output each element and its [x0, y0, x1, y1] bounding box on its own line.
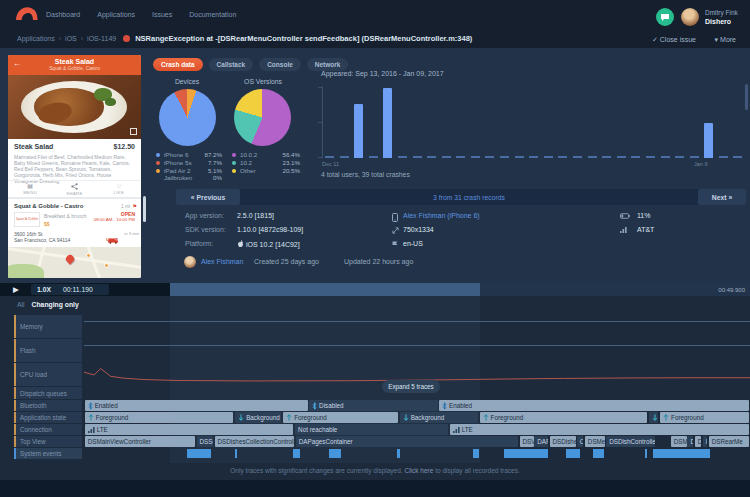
tab-console[interactable]: Console — [259, 58, 301, 71]
breadcrumb-link-ios[interactable]: iOS — [65, 35, 77, 42]
detail-value: 1.10.0 [4872c98-109] — [237, 226, 303, 233]
bar-baseline-dash — [631, 156, 640, 158]
trace-row-body-connection: LTENot reachableLTE — [84, 424, 750, 435]
flag-icon: ⚑ — [133, 203, 137, 209]
nav-item-applications[interactable]: Applications — [97, 11, 135, 18]
dish-action-share[interactable]: SHARE — [52, 181, 96, 197]
bar-baseline-dash — [500, 156, 509, 158]
breadcrumb-link-applications[interactable]: Applications — [17, 35, 55, 42]
filter-tab-changing-only[interactable]: Changing only — [32, 301, 79, 308]
dish-action-label: LIKE — [114, 190, 125, 195]
bar-baseline-dash — [442, 156, 451, 158]
legend-dot — [232, 161, 236, 165]
user-menu[interactable]: Dmitry Fink Dishero — [705, 9, 738, 26]
up-icon — [663, 414, 669, 421]
author-link[interactable]: Alex Fishman — [201, 258, 243, 265]
next-button[interactable]: Next » — [698, 189, 746, 205]
legend-value: 87.2% — [204, 151, 222, 158]
trace-row-label-memory[interactable]: Memory — [14, 315, 82, 338]
trace-row-label-top-view[interactable]: Top View — [14, 436, 82, 447]
bar-baseline-dash — [661, 156, 670, 158]
legend-dot — [232, 153, 236, 157]
trace-row-label-dispatch-queues[interactable]: Dispatch queues — [14, 387, 82, 399]
app-logo-icon[interactable] — [14, 5, 40, 26]
dish-action-menu[interactable]: ▤MENU — [8, 181, 52, 197]
dish-action-label: MENU — [23, 190, 37, 195]
bar-baseline-dash — [340, 156, 349, 158]
trace-notice: Only traces with significant changes are… — [0, 467, 750, 474]
breadcrumb-link-ios-1149[interactable]: iOS-1149 — [87, 35, 116, 42]
legend-row: 10.0.256.4% — [232, 151, 300, 159]
trace-segment: Disabled — [309, 400, 438, 411]
trace-row-label-system-events[interactable]: System events — [14, 448, 82, 459]
system-event-block — [329, 449, 341, 458]
trace-segment: DSSe — [197, 436, 214, 447]
more-button[interactable]: ▾ More — [715, 36, 736, 44]
trace-segment: LTE — [450, 424, 750, 435]
trace-row-label-connection[interactable]: Connection — [14, 424, 82, 435]
chat-button[interactable] — [656, 8, 674, 26]
playback-progress-track[interactable]: 00:49.900 — [170, 283, 750, 296]
bar-baseline-dash — [515, 156, 524, 158]
crash-analytics-window: DashboardApplicationsIssuesDocumentation… — [0, 0, 750, 497]
legend-dot — [156, 153, 160, 157]
nav-item-issues[interactable]: Issues — [152, 11, 172, 18]
uber-eta: in 3 min — [124, 231, 139, 236]
bt-icon — [312, 402, 317, 410]
session-replay-preview[interactable]: ← Steak Salad Squat & Gobble, Castro Ste… — [8, 55, 141, 278]
close-issue-button[interactable]: ✓ Close issue — [652, 36, 696, 44]
trace-row-label-flash[interactable]: Flash — [14, 339, 82, 362]
nav-item-dashboard[interactable]: Dashboard — [46, 11, 80, 18]
bar-baseline-dash — [588, 156, 597, 158]
bar-baseline-dash — [690, 156, 699, 158]
x-axis-label-end: Jan 9 — [694, 161, 707, 167]
bar — [704, 123, 713, 158]
dish-action-like[interactable]: ♡LIKE — [97, 181, 141, 197]
trace-segment: Foreground — [660, 412, 749, 423]
dish-action-bar: ▤MENUSHARE♡LIKE — [8, 180, 141, 197]
trace-segment: DAP — [534, 436, 548, 447]
content-scrollbar[interactable] — [745, 84, 748, 110]
share-icon — [71, 183, 78, 190]
legend-label: iPhone 5s — [164, 159, 192, 166]
dish-card: Steak Salad $12.50 Marinated Filet of Be… — [8, 139, 141, 197]
trace-segment: Foreground — [85, 412, 234, 423]
nav-item-documentation[interactable]: Documentation — [189, 11, 236, 18]
notice-click-here-link[interactable]: Click here — [404, 467, 433, 474]
check-icon: ✓ — [652, 36, 660, 43]
trace-segment: Background — [400, 412, 478, 423]
system-event-block — [645, 449, 647, 458]
chat-icon — [660, 13, 670, 22]
x-axis-label-start: Dec 11 — [322, 161, 339, 167]
trace-row-label-cpu-load[interactable]: CPU load — [14, 363, 82, 386]
trace-row-label-application-state[interactable]: Application state — [14, 412, 82, 423]
previous-button[interactable]: « Previous — [176, 189, 240, 205]
tab-crash-data[interactable]: Crash data — [153, 58, 203, 71]
playback-bar: ▶ 1.0X 00:11.190 00:49.900 — [0, 283, 750, 296]
phone-panel-scrollbar[interactable] — [143, 196, 146, 222]
legend-dot — [156, 161, 160, 165]
detail-value[interactable]: Alex Fishman (iPhone 6) — [403, 212, 480, 219]
bar-baseline-dash — [369, 156, 378, 158]
back-arrow-icon: ← — [13, 59, 21, 68]
trace-row-label-bluetooth[interactable]: Bluetooth — [14, 400, 82, 411]
bar-baseline-dash — [427, 156, 436, 158]
playback-speed[interactable]: 1.0X — [37, 286, 51, 293]
author-avatar[interactable] — [184, 256, 196, 268]
restaurant-hours: 08:00 AM - 10:00 PM — [89, 217, 135, 222]
legend-row: 10.223.1% — [232, 159, 300, 167]
filter-tab-all[interactable]: All — [17, 301, 25, 308]
user-avatar[interactable] — [681, 8, 699, 26]
apple-icon — [237, 240, 244, 248]
tab-callstack[interactable]: Callstack — [209, 58, 254, 71]
notice-text: to display all recorded traces. — [433, 467, 519, 474]
os-versions-legend: 10.0.256.4%10.223.1%Other20.5% — [232, 151, 300, 174]
play-button[interactable]: ▶ — [13, 285, 19, 294]
bar-baseline-dash — [529, 156, 538, 158]
legend-value: 7.7% — [208, 159, 222, 166]
expand-traces-button[interactable]: Expand 5 traces — [382, 380, 440, 393]
trace-flatline — [84, 321, 750, 322]
like-icon: ♡ — [116, 183, 121, 189]
system-event-block — [593, 449, 604, 458]
trace-segment: DSDishController — [606, 436, 655, 447]
